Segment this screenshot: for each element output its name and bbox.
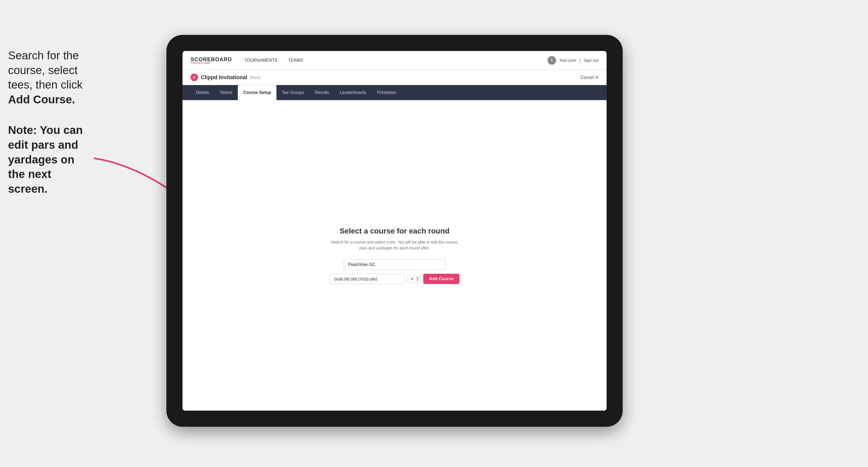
add-course-button[interactable]: Add Course	[423, 274, 460, 284]
tee-row: Gold (M) (M) (7010 yds) ✕ ▲ ▼ Add Course	[328, 274, 462, 284]
section-heading: Select a course for each round	[328, 227, 462, 236]
tablet-screen: SCOREBOARD Powered by clippd TOURNAMENTS…	[183, 51, 607, 411]
user-avatar: T	[548, 56, 556, 65]
user-name: Test User	[559, 58, 576, 63]
tab-course-setup[interactable]: Course Setup	[238, 85, 276, 100]
tournament-icon: C	[191, 73, 198, 81]
tournament-subtitle: (Men)	[250, 75, 260, 80]
course-card: Select a course for each round Search fo…	[328, 227, 462, 284]
tab-leaderboards[interactable]: Leaderboards	[334, 85, 372, 100]
top-bar: SCOREBOARD Powered by clippd TOURNAMENTS…	[183, 51, 607, 70]
tab-printables[interactable]: Printables	[372, 85, 402, 100]
tab-results[interactable]: Results	[309, 85, 334, 100]
tablet-device: SCOREBOARD Powered by clippd TOURNAMENTS…	[166, 35, 623, 427]
tournament-header: C Clippd Invitational (Men) Cancel ✕	[183, 70, 607, 85]
tab-teams[interactable]: Teams	[214, 85, 238, 100]
tab-bar: Details Teams Course Setup Tee Groups Re…	[183, 85, 607, 100]
tab-tee-groups[interactable]: Tee Groups	[276, 85, 309, 100]
tee-select[interactable]: Gold (M) (M) (7010 yds)	[330, 274, 405, 284]
tournament-name: Clippd Invitational	[201, 74, 247, 81]
annotation-text: Search for the course, select tees, then…	[8, 48, 86, 196]
tournament-title: C Clippd Invitational (Men)	[191, 73, 260, 81]
tee-clear-icon[interactable]: ✕	[409, 276, 415, 282]
sign-out-link[interactable]: Sign out	[584, 58, 598, 63]
cancel-button[interactable]: Cancel ✕	[581, 75, 598, 80]
tee-controls: ✕ ▲ ▼	[407, 275, 421, 283]
course-search-input[interactable]	[344, 259, 445, 270]
logo-area: SCOREBOARD Powered by clippd TOURNAMENTS…	[191, 56, 303, 64]
nav-teams[interactable]: TEAMS	[288, 58, 303, 63]
tab-details[interactable]: Details	[191, 85, 214, 100]
top-nav: TOURNAMENTS TEAMS	[244, 58, 303, 63]
logo: SCOREBOARD Powered by clippd	[191, 56, 232, 64]
separator: |	[580, 58, 581, 63]
tee-arrows-icon: ▲ ▼	[416, 276, 419, 282]
section-description: Search for a course and select a tee. Yo…	[328, 239, 462, 251]
top-bar-right: T Test User | Sign out	[548, 56, 598, 65]
main-content: Select a course for each round Search fo…	[183, 100, 607, 411]
nav-tournaments[interactable]: TOURNAMENTS	[244, 58, 277, 63]
